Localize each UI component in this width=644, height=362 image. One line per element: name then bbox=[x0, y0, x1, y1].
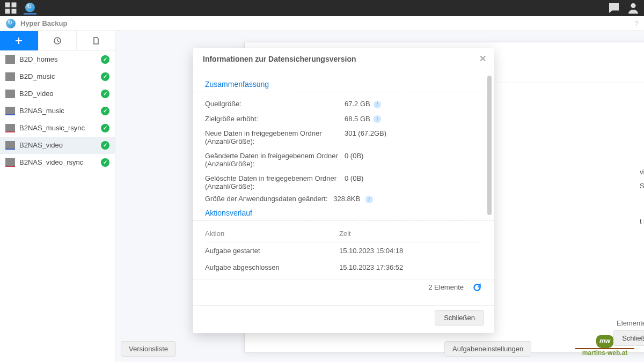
sidebar-item[interactable]: B2NAS_video bbox=[0, 137, 115, 154]
column-time: Zeit bbox=[339, 230, 351, 238]
sidebar-item[interactable]: B2D_video bbox=[0, 85, 115, 102]
job-label: B2D_homes bbox=[19, 55, 97, 64]
apps-grid-icon[interactable] bbox=[4, 2, 17, 14]
refresh-icon[interactable] bbox=[472, 283, 482, 292]
section-actions-title: Aktionsverlauf bbox=[193, 206, 494, 221]
job-label: B2NAS_video bbox=[19, 141, 97, 150]
job-list: B2D_homes B2D_music B2D_video B2NAS_musi… bbox=[0, 51, 115, 171]
sidebar: B2D_homes B2D_music B2D_video B2NAS_musi… bbox=[0, 31, 115, 362]
kv-value: 328.8KB bbox=[333, 195, 360, 203]
status-ok-icon bbox=[101, 124, 109, 132]
sidebar-item[interactable]: B2NAS_video_rsync bbox=[0, 154, 115, 171]
server-icon bbox=[5, 90, 15, 98]
action-label: Aufgabe gestartet bbox=[205, 247, 339, 255]
action-row: Aufgabe abgeschlossen15.10.2023 17:36:52 bbox=[205, 259, 482, 276]
svg-rect-1 bbox=[12, 3, 17, 8]
job-label: B2NAS_video_rsync bbox=[19, 158, 97, 167]
job-label: B2NAS_music_rsync bbox=[19, 124, 97, 132]
close-icon[interactable]: ✕ bbox=[479, 54, 486, 64]
elements-count: 2 Elemente bbox=[428, 283, 464, 291]
document-button[interactable] bbox=[77, 31, 115, 50]
server-icon bbox=[5, 107, 15, 115]
job-label: B2NAS_music bbox=[19, 107, 97, 115]
server-icon bbox=[5, 73, 15, 80]
status-ok-icon bbox=[101, 107, 109, 115]
info-icon[interactable]: i bbox=[374, 115, 381, 123]
text-fragment: Station bbox=[640, 179, 644, 193]
close-button[interactable]: Schließen bbox=[435, 310, 484, 326]
server-icon bbox=[5, 124, 15, 132]
help-icon[interactable]: ? bbox=[634, 19, 639, 28]
server-icon bbox=[5, 159, 15, 166]
app-icon bbox=[5, 18, 16, 29]
kv-key: Zielgröße erhöht: bbox=[205, 115, 345, 123]
scrollbar[interactable] bbox=[487, 76, 492, 215]
status-ok-icon bbox=[101, 72, 109, 81]
action-time: 15.10.2023 15:04:18 bbox=[339, 247, 403, 255]
section-summary-title: Zusammenfassung bbox=[193, 78, 494, 92]
modal-title: Informationen zur Datensicherungsversion bbox=[203, 55, 356, 63]
kv-key: Größe der Anwendungsdaten geändert: bbox=[205, 195, 327, 203]
info-icon[interactable]: i bbox=[365, 196, 373, 203]
backup-version-info-modal: Informationen zur Datensicherungsversion… bbox=[193, 48, 494, 333]
kv-value: 301 (67.2GB) bbox=[345, 129, 482, 145]
kv-value: 0 (0B) bbox=[345, 174, 482, 190]
job-label: B2D_video bbox=[19, 90, 97, 98]
logo-text: martins-web.at bbox=[575, 349, 634, 357]
server-icon bbox=[5, 56, 15, 63]
sidebar-item[interactable]: B2NAS_music bbox=[0, 102, 115, 120]
text-fragment: t keine programmierte Sic bbox=[640, 215, 644, 228]
server-icon bbox=[5, 142, 15, 149]
elements-count: Elemente bbox=[617, 319, 644, 327]
kv-key: Quellgröße: bbox=[205, 100, 345, 108]
action-row: Aufgabe gestartet15.10.2023 15:04:18 bbox=[205, 242, 482, 259]
kv-value: 68.5 GBi bbox=[345, 115, 482, 123]
kv-value: 0 (0B) bbox=[345, 152, 482, 168]
action-time: 15.10.2023 17:36:52 bbox=[339, 263, 403, 271]
task-info-fragment: video_2 Station t keine programmierte Si… bbox=[640, 165, 644, 228]
kv-key: Neue Daten in freigegebenem Ordner (Anza… bbox=[205, 129, 345, 145]
status-ok-icon bbox=[101, 90, 109, 98]
svg-rect-0 bbox=[5, 3, 10, 8]
column-action: Aktion bbox=[205, 230, 339, 238]
sidebar-item[interactable]: B2D_music bbox=[0, 68, 115, 85]
watermark-logo: martins-web.at bbox=[575, 335, 634, 357]
app-titlebar: Hyper Backup ? bbox=[0, 16, 644, 31]
status-ok-icon bbox=[101, 55, 109, 64]
svg-rect-3 bbox=[12, 9, 17, 14]
task-settings-tab[interactable]: Aufgabeneinstellungen bbox=[444, 341, 531, 357]
job-label: B2D_music bbox=[19, 72, 97, 81]
sidebar-item[interactable]: B2D_homes bbox=[0, 51, 115, 68]
svg-rect-2 bbox=[5, 9, 10, 14]
kv-key: Gelöschte Daten in freigegebenem Ordner … bbox=[205, 174, 345, 190]
chat-icon[interactable] bbox=[608, 2, 620, 14]
info-icon[interactable]: i bbox=[374, 101, 381, 108]
system-topbar bbox=[0, 0, 644, 16]
sidebar-item[interactable]: B2NAS_music_rsync bbox=[0, 120, 115, 137]
app-title: Hyper Backup bbox=[20, 19, 67, 27]
user-icon[interactable] bbox=[627, 2, 640, 14]
hyper-backup-taskbar-icon[interactable] bbox=[24, 2, 36, 14]
add-job-button[interactable] bbox=[0, 31, 39, 50]
history-button[interactable] bbox=[39, 31, 77, 50]
kv-value: 67.2 GBi bbox=[345, 100, 482, 108]
svg-point-4 bbox=[631, 3, 636, 8]
kv-key: Geänderte Daten in freigegebenem Ordner … bbox=[205, 152, 345, 168]
text-fragment: video_2 bbox=[640, 165, 644, 179]
status-ok-icon bbox=[101, 158, 109, 167]
status-ok-icon bbox=[101, 141, 109, 150]
version-list-tab[interactable]: Versionsliste bbox=[121, 341, 176, 357]
action-label: Aufgabe abgeschlossen bbox=[205, 263, 339, 271]
